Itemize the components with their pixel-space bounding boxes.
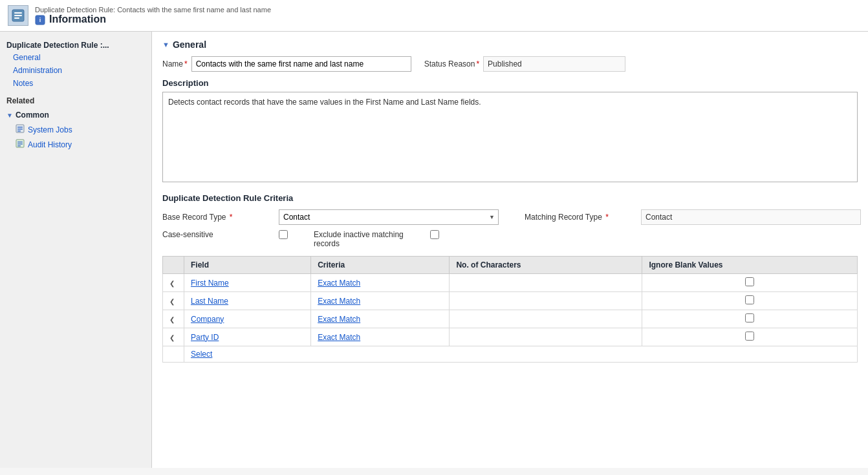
expand-col-2: ❮ (163, 292, 184, 310)
sidebar-item-notes[interactable]: Notes (0, 77, 151, 90)
case-sensitive-checkbox-wrapper (279, 230, 288, 239)
sidebar-item-audit-history[interactable]: Audit History (0, 137, 151, 152)
svg-rect-1 (14, 12, 22, 14)
sidebar: Duplicate Detection Rule :... General Ad… (0, 32, 152, 468)
ignore-blank-checkbox-2[interactable] (745, 295, 754, 304)
criteria-link-4[interactable]: Exact Match (318, 333, 360, 342)
system-jobs-label: System Jobs (28, 125, 72, 134)
name-input[interactable] (191, 56, 411, 72)
criteria-link-2[interactable]: Exact Match (318, 297, 360, 306)
field-link-party-id[interactable]: Party ID (191, 333, 219, 342)
criteria-col-2: Exact Match (311, 292, 450, 310)
page-icon: i (35, 14, 45, 25)
audit-history-icon (16, 139, 25, 150)
name-status-row: Name* Status Reason* (162, 56, 858, 72)
expand-col-4: ❮ (163, 328, 184, 346)
svg-rect-7 (17, 127, 23, 128)
svg-rect-12 (17, 143, 23, 145)
sidebar-related-title: Related (0, 90, 151, 108)
exclude-inactive-group: Exclude inactive matching records (314, 230, 439, 248)
select-link[interactable]: Select (191, 350, 212, 359)
col-criteria: Criteria (311, 257, 450, 274)
header-bar: Duplicate Detection Rule: Contacts with … (0, 0, 868, 32)
name-group: Name* (162, 56, 411, 72)
status-reason-input (483, 56, 625, 72)
expand-icon-2[interactable]: ❮ (169, 298, 175, 305)
field-link-first-name[interactable]: First Name (191, 279, 229, 288)
table-row: ❮ Party ID Exact Match (163, 328, 858, 346)
expand-col-select (163, 346, 184, 363)
status-reason-label: Status Reason* (424, 59, 479, 69)
criteria-link-3[interactable]: Exact Match (318, 315, 360, 324)
sidebar-item-system-jobs[interactable]: System Jobs (0, 122, 151, 137)
chars-col-1 (450, 274, 642, 292)
status-reason-group: Status Reason* (424, 56, 625, 72)
record-icon (8, 5, 28, 26)
exclude-inactive-label: Exclude inactive matching records (314, 230, 430, 248)
col-field: Field (184, 257, 311, 274)
general-arrow-icon: ▼ (162, 41, 169, 48)
ignore-blank-col-2 (642, 292, 858, 310)
svg-rect-13 (17, 145, 21, 147)
matching-record-type-input (641, 209, 861, 225)
svg-rect-3 (14, 17, 19, 19)
sidebar-common-header[interactable]: ▼ Common (0, 108, 151, 122)
checkbox-row: Case-sensitive Exclude inactive matching… (162, 230, 858, 248)
header-subtitle: Duplicate Detection Rule: Contacts with … (35, 6, 271, 14)
ignore-blank-checkbox-1[interactable] (745, 277, 754, 286)
expand-col-1: ❮ (163, 274, 184, 292)
sidebar-common-title: Common (16, 111, 49, 120)
description-label: Description (162, 78, 858, 88)
chars-col-4 (450, 328, 642, 346)
field-col-4: Party ID (184, 328, 311, 346)
ignore-blank-checkbox-3[interactable] (745, 313, 754, 322)
matching-record-type-label: Matching Record Type * (525, 213, 641, 222)
ignore-blank-col-4 (642, 328, 858, 346)
svg-rect-9 (17, 131, 21, 132)
field-col-1: First Name (184, 274, 311, 292)
field-link-last-name[interactable]: Last Name (191, 297, 228, 306)
criteria-link-1[interactable]: Exact Match (318, 279, 360, 288)
common-arrow-icon: ▼ (6, 112, 13, 119)
description-textarea[interactable]: Detects contact records that have the sa… (162, 92, 858, 182)
record-type-row: Base Record Type * Contact Matching Reco… (162, 209, 858, 225)
svg-rect-8 (17, 129, 23, 130)
header-main-title: i Information (35, 14, 271, 25)
expand-icon-4[interactable]: ❮ (169, 334, 175, 341)
expand-col-3: ❮ (163, 310, 184, 328)
base-record-type-select[interactable]: Contact (279, 209, 499, 225)
field-col-2: Last Name (184, 292, 311, 310)
criteria-col-1: Exact Match (311, 274, 450, 292)
case-sensitive-checkbox[interactable] (279, 230, 288, 239)
svg-text:i: i (39, 17, 41, 23)
field-col-3: Company (184, 310, 311, 328)
table-header-row: Field Criteria No. of Characters Ignore … (163, 257, 858, 274)
table-row: ❮ First Name Exact Match (163, 274, 858, 292)
svg-rect-2 (14, 15, 22, 16)
header-title-block: Duplicate Detection Rule: Contacts with … (35, 6, 271, 25)
table-select-row: Select (163, 346, 858, 363)
chars-col-3 (450, 310, 642, 328)
sidebar-item-general[interactable]: General (0, 51, 151, 64)
ignore-blank-col-3 (642, 310, 858, 328)
expand-icon-1[interactable]: ❮ (169, 280, 175, 287)
case-sensitive-group: Case-sensitive (162, 230, 288, 239)
expand-icon-3[interactable]: ❮ (169, 316, 175, 323)
criteria-section-title: Duplicate Detection Rule Criteria (162, 193, 858, 203)
content-area: ▼ General Name* Status Reason* Descripti… (152, 32, 868, 468)
chars-col-2 (450, 292, 642, 310)
main-layout: Duplicate Detection Rule :... General Ad… (0, 32, 868, 468)
sidebar-item-administration[interactable]: Administration (0, 64, 151, 77)
col-expand (163, 257, 184, 274)
field-link-company[interactable]: Company (191, 315, 224, 324)
select-cell: Select (184, 346, 858, 363)
criteria-col-3: Exact Match (311, 310, 450, 328)
system-jobs-icon (16, 124, 25, 135)
table-row: ❮ Last Name Exact Match (163, 292, 858, 310)
sidebar-section-title: Duplicate Detection Rule :... (0, 37, 151, 51)
exclude-inactive-checkbox-wrapper (430, 230, 439, 239)
exclude-inactive-checkbox[interactable] (430, 230, 439, 239)
ignore-blank-checkbox-4[interactable] (745, 332, 754, 341)
matching-record-type-group: Matching Record Type * (525, 209, 861, 225)
table-row: ❮ Company Exact Match (163, 310, 858, 328)
